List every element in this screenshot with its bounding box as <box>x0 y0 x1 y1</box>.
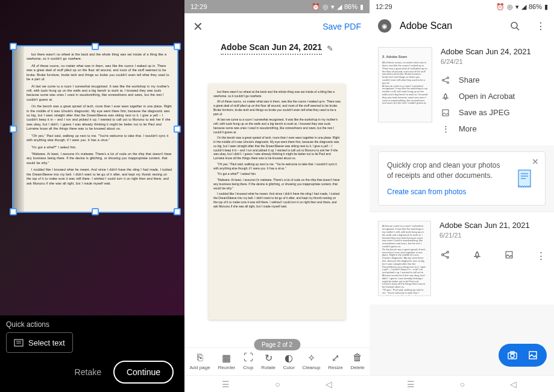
crop-handle-ml[interactable] <box>10 125 17 133</box>
status-time: 12:29 <box>376 3 392 10</box>
svg-point-22 <box>511 354 514 358</box>
status-bar: 12:29 ⏰ ◎ ▾ ◢ 86% ▮ <box>370 0 554 13</box>
image-icon[interactable] <box>505 250 514 261</box>
document-title: Adobe Scan Jun 24, 2021 <box>221 42 322 55</box>
add-page-button[interactable]: ⎘Add page <box>189 352 210 370</box>
close-icon[interactable]: ✕ <box>193 19 203 34</box>
document-date: 6/21/21 <box>439 232 546 239</box>
document-item[interactable]: 2. Adobe Scan All of these rooms, no mat… <box>370 39 554 145</box>
svg-line-8 <box>444 78 447 80</box>
battery-icon: ▮ <box>544 3 548 11</box>
app-name: Adobe Scan <box>400 21 501 31</box>
resize-icon: ⤢ <box>332 352 339 364</box>
status-icons: ⏰ ◎ ▾ ◢ 86% ▮ <box>496 3 548 11</box>
nav-recents[interactable]: ☰ <box>407 379 415 389</box>
cleanup-icon: ✧ <box>307 352 315 364</box>
rotate-icon: ↻ <box>265 352 272 364</box>
retake-button[interactable]: Retake <box>75 367 101 377</box>
status-bar: 12:29 ⏰ ◎ ▾ ◢ 86% ▮ <box>184 0 370 13</box>
document-name: Adobe Scan Jun 24, 2021 <box>441 47 546 56</box>
svg-point-3 <box>511 22 517 28</box>
crop-box[interactable]: but there wasn't no wheel at the back an… <box>12 45 178 213</box>
review-panel: 12:29 ⏰ ◎ ▾ ◢ 86% ▮ ✕ Save PDF Adobe Sca… <box>184 0 370 392</box>
share-action[interactable]: Share <box>441 72 546 88</box>
quick-actions-label: Quick actions <box>6 320 178 329</box>
select-text-icon <box>14 338 24 347</box>
vibrate-icon: ◎ <box>323 3 329 11</box>
delete-icon: 🗑 <box>353 352 362 364</box>
tip-card: ✕ Quickly crop and clean your photos of … <box>378 151 546 206</box>
signal-icon: ◢ <box>521 3 526 11</box>
color-button[interactable]: ◐Color <box>283 352 295 370</box>
overflow-icon[interactable]: ⋮ <box>537 250 546 261</box>
title-row[interactable]: Adobe Scan Jun 24, 2021 ✎ <box>184 40 370 56</box>
add-page-icon: ⎘ <box>197 352 203 364</box>
search-icon[interactable] <box>509 21 520 31</box>
create-from-photos-link[interactable]: Create scan from photos <box>387 187 505 197</box>
open-acrobat-action[interactable]: Open in Acrobat <box>441 88 546 104</box>
crop-button[interactable]: ⛶Crop <box>243 352 253 370</box>
app-bar: ◉ Adobe Scan ⋮ <box>370 13 554 39</box>
rotate-button[interactable]: ↻Rotate <box>261 352 275 370</box>
reorder-button[interactable]: ▦Reorder <box>218 352 235 370</box>
save-pdf-button[interactable]: Save PDF <box>323 22 361 31</box>
crop-handle-tr[interactable] <box>174 43 181 50</box>
svg-line-18 <box>443 253 447 254</box>
nav-back[interactable]: ◁ <box>510 379 517 389</box>
document-name: Adobe Scan Jun 21, 2021 <box>439 221 546 230</box>
svg-rect-10 <box>442 110 449 116</box>
crop-handle-br[interactable] <box>174 208 181 215</box>
battery-label: 86% <box>344 3 357 10</box>
status-icons: ⏰ ◎ ▾ ◢ 86% ▮ <box>312 3 364 11</box>
share-icon[interactable] <box>441 250 450 261</box>
document-thumbnail: At last we come to a room I somewhat rec… <box>378 221 431 296</box>
svg-line-19 <box>443 256 447 258</box>
nav-home[interactable]: ○ <box>460 379 465 389</box>
edit-toolbar: ⎘Add page ▦Reorder ⛶Crop ↻Rotate ◐Color … <box>184 347 370 375</box>
document-list[interactable]: 2. Adobe Scan All of these rooms, no mat… <box>370 39 554 375</box>
page-preview-area[interactable]: but there wasn't no wheel at the back an… <box>184 56 370 347</box>
nav-back[interactable]: ◁ <box>326 379 332 389</box>
crop-handle-tl[interactable] <box>10 43 17 50</box>
svg-line-4 <box>517 28 519 30</box>
color-icon: ◐ <box>285 352 293 364</box>
document-meta: Adobe Scan Jun 24, 2021 6/24/21 Share Op… <box>441 47 546 137</box>
acrobat-icon <box>441 92 450 101</box>
acrobat-icon[interactable] <box>473 250 482 261</box>
wifi-icon: ▾ <box>331 3 335 11</box>
overflow-icon[interactable]: ⋮ <box>536 21 546 32</box>
fab[interactable] <box>499 344 547 367</box>
gallery-icon <box>527 350 538 361</box>
crop-handle-tc[interactable] <box>92 43 99 50</box>
crop-handle-mr[interactable] <box>174 125 181 133</box>
cleanup-button[interactable]: ✧Cleanup <box>303 352 321 370</box>
document-date: 6/24/21 <box>441 58 546 65</box>
alarm-icon: ⏰ <box>312 3 320 11</box>
crop-area[interactable]: but there wasn't no wheel at the back an… <box>0 0 184 315</box>
vibrate-icon: ◎ <box>507 3 513 11</box>
document-thumbnail: 2. Adobe Scan All of these rooms, no mat… <box>378 47 432 122</box>
document-item[interactable]: At last we come to a room I somewhat rec… <box>370 212 554 305</box>
alarm-icon: ⏰ <box>496 3 505 11</box>
select-text-button[interactable]: Select text <box>6 332 73 353</box>
battery-label: 86% <box>529 3 542 10</box>
nav-home[interactable]: ○ <box>275 379 280 389</box>
dismiss-tip-icon[interactable]: ✕ <box>532 157 539 166</box>
app-logo-icon: ◉ <box>378 19 391 33</box>
continue-button[interactable]: Continue <box>113 361 174 384</box>
resize-button[interactable]: ⤢Resize <box>328 352 342 370</box>
save-jpeg-action[interactable]: Save as JPEG <box>441 104 546 121</box>
receipt-icon <box>512 166 537 191</box>
tip-text: Quickly crop and clean your photos of re… <box>387 161 500 180</box>
delete-button[interactable]: 🗑Delete <box>350 352 364 370</box>
more-icon: ⋮ <box>441 124 450 133</box>
nav-recents[interactable]: ☰ <box>222 379 230 389</box>
scanned-page: but there wasn't no wheel at the back an… <box>13 46 177 212</box>
android-nav: ☰ ○ ◁ <box>370 375 554 392</box>
edit-title-icon[interactable]: ✎ <box>327 44 333 53</box>
status-time: 12:29 <box>190 3 207 10</box>
crop-handle-bc[interactable] <box>92 208 99 215</box>
more-action[interactable]: ⋮More <box>441 121 546 137</box>
wifi-icon: ▾ <box>515 3 519 11</box>
crop-handle-bl[interactable] <box>10 208 17 215</box>
